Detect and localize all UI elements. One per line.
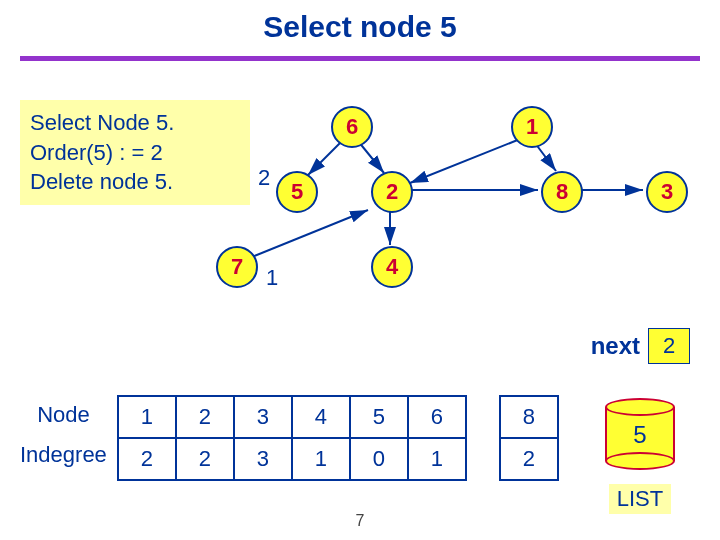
page-number: 7	[0, 512, 720, 530]
graph-diagram: 6 1 5 2 8 3 7 4 2 1	[200, 105, 700, 305]
stack-label: LIST	[609, 484, 671, 514]
cell-node: 8	[500, 396, 558, 438]
indegree-table: Node Indegree 1 2 3 4 5 6 8 2 2 3 1 0 1 …	[20, 395, 559, 481]
graph-node-5: 5	[276, 171, 318, 213]
table-row: 1 2 3 4 5 6 8	[118, 396, 558, 438]
cell-indeg: 2	[176, 438, 234, 480]
edge-weight-7-4: 1	[266, 265, 278, 291]
next-value: 2	[648, 328, 690, 364]
graph-node-4: 4	[371, 246, 413, 288]
cell-node: 4	[292, 396, 350, 438]
graph-node-1: 1	[511, 106, 553, 148]
graph-node-6: 6	[331, 106, 373, 148]
row-label-indegree: Indegree	[20, 435, 107, 475]
stack-value: 5	[605, 421, 675, 449]
cell-indeg: 1	[408, 438, 466, 480]
cell-indeg: 0	[350, 438, 408, 480]
graph-node-7: 7	[216, 246, 258, 288]
next-label: next	[591, 332, 640, 360]
page-title: Select node 5	[0, 10, 720, 44]
cell-gap	[466, 396, 500, 438]
cell-node: 1	[118, 396, 176, 438]
edge-weight-6-5: 2	[258, 165, 270, 191]
cell-indeg: 3	[234, 438, 292, 480]
cell-node: 3	[234, 396, 292, 438]
divider	[20, 56, 700, 61]
svg-line-7	[252, 210, 368, 257]
svg-line-3	[535, 143, 556, 171]
cell-node: 6	[408, 396, 466, 438]
table-row: 2 2 3 1 0 1 2	[118, 438, 558, 480]
svg-line-2	[410, 139, 520, 183]
row-label-node: Node	[20, 395, 107, 435]
svg-line-1	[358, 141, 384, 173]
graph-node-2: 2	[371, 171, 413, 213]
list-stack: 5 LIST	[605, 398, 675, 514]
cell-indeg: 2	[118, 438, 176, 480]
cell-gap	[466, 438, 500, 480]
next-pointer: next 2	[591, 328, 690, 364]
cylinder-icon: 5	[605, 398, 675, 470]
svg-line-0	[308, 139, 344, 175]
cell-node: 2	[176, 396, 234, 438]
graph-node-3: 3	[646, 171, 688, 213]
cell-indeg: 1	[292, 438, 350, 480]
graph-node-8: 8	[541, 171, 583, 213]
cell-indeg: 2	[500, 438, 558, 480]
cell-node: 5	[350, 396, 408, 438]
data-table: 1 2 3 4 5 6 8 2 2 3 1 0 1 2	[117, 395, 559, 481]
